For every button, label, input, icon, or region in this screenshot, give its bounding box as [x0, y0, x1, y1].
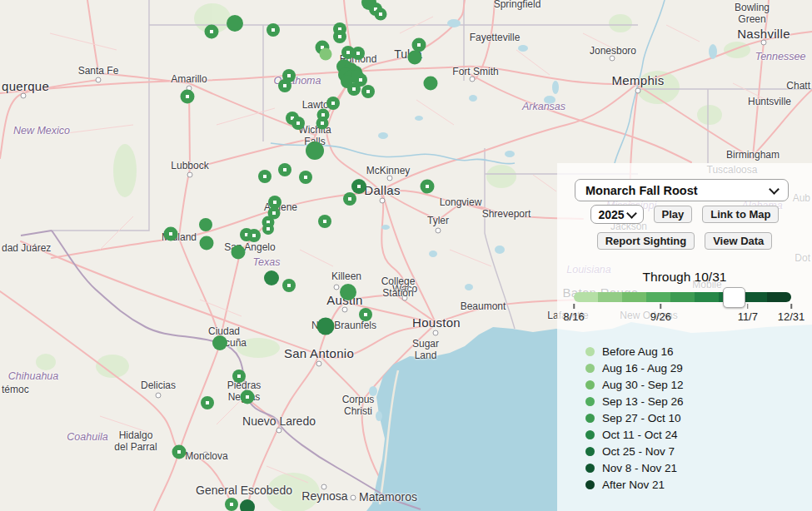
sighting-dot[interactable] — [343, 192, 356, 206]
sighting-dot[interactable] — [205, 25, 219, 39]
city-label: Delicias — [141, 380, 176, 391]
city-label: Birmingham — [726, 149, 780, 161]
year-select-value: 2025 — [599, 208, 625, 221]
legend-label: Oct 25 - Nov 7 — [602, 445, 675, 458]
slider-tick — [573, 304, 575, 309]
town-marker — [187, 172, 193, 178]
legend-item: Aug 30 - Sep 12 — [585, 376, 684, 393]
sighting-dot[interactable] — [164, 227, 178, 241]
chevron-down-icon — [769, 184, 780, 195]
control-panel: Monarch Fall Roost 2025 Play Link to Map… — [557, 163, 812, 511]
sighting-dot[interactable] — [267, 23, 280, 37]
sighting-dot[interactable] — [241, 390, 255, 404]
sighting-dot[interactable] — [326, 97, 340, 110]
city-label: Corpus — [342, 394, 375, 405]
legend-item: After Nov 21 — [585, 476, 684, 493]
sighting-dot[interactable] — [351, 47, 365, 60]
slider-tick — [790, 304, 792, 309]
sighting-dot[interactable] — [200, 236, 214, 251]
sighting-dot[interactable] — [359, 308, 372, 321]
city-label: Shreveport — [482, 208, 531, 220]
sighting-dot[interactable] — [199, 218, 212, 231]
legend-color-dot — [585, 464, 595, 473]
sighting-dot[interactable] — [375, 8, 387, 21]
legend-item: Before Aug 16 — [585, 343, 684, 360]
legend-color-dot — [585, 347, 595, 356]
sighting-dot[interactable] — [316, 117, 329, 130]
city-label: Tyler — [427, 215, 449, 226]
sighting-dot[interactable] — [421, 180, 435, 194]
slider-segment — [622, 292, 646, 302]
legend-item: Sep 27 - Oct 10 — [585, 409, 684, 426]
sighting-dot[interactable] — [172, 445, 187, 459]
sighting-dot[interactable] — [361, 85, 375, 98]
town-marker — [380, 198, 386, 204]
sighting-dot[interactable] — [225, 498, 238, 511]
sighting-dot[interactable] — [227, 15, 243, 32]
legend-color-dot — [585, 480, 595, 489]
sighting-dot[interactable] — [424, 77, 438, 91]
sighting-dot[interactable] — [317, 318, 335, 335]
sighting-dot[interactable] — [212, 335, 227, 350]
sighting-dot[interactable] — [347, 82, 361, 96]
city-label: querque — [2, 79, 49, 93]
sighting-dot[interactable] — [351, 179, 366, 194]
town-marker — [156, 393, 162, 399]
sighting-dot[interactable] — [258, 170, 271, 183]
city-label: Sugar — [412, 338, 439, 350]
slider-segment — [767, 292, 791, 302]
sighting-dot[interactable] — [232, 246, 246, 260]
state-label: Arkansas — [522, 101, 565, 112]
sighting-dot[interactable] — [278, 79, 291, 92]
sighting-dot[interactable] — [320, 48, 332, 61]
city-label: San Antonio — [284, 346, 354, 360]
city-label: Fort Smith — [452, 66, 498, 77]
sighting-dot[interactable] — [247, 229, 261, 242]
legend-item: Sep 13 - Sep 26 — [585, 393, 684, 409]
town-marker — [436, 228, 441, 234]
city-label: Jonesboro — [590, 45, 636, 57]
slider-title: Through 10/31 — [557, 270, 812, 285]
slider-segment — [670, 292, 695, 302]
sighting-dot[interactable] — [181, 90, 195, 104]
town-marker — [21, 93, 27, 99]
slider-segment — [574, 292, 598, 302]
city-label: Longview — [440, 196, 482, 208]
slider-ticks: 8/169/2611/712/31 — [574, 304, 791, 329]
sighting-dot[interactable] — [240, 499, 255, 511]
date-slider-track[interactable] — [574, 292, 791, 302]
city-label: Amarillo — [171, 73, 207, 85]
sighting-dot[interactable] — [333, 30, 346, 43]
link-to-map-button[interactable]: Link to Map — [702, 206, 779, 223]
play-button[interactable]: Play — [654, 206, 693, 223]
legend-label: Oct 11 - Oct 24 — [602, 429, 678, 441]
sighting-dot[interactable] — [299, 171, 312, 184]
state-label: New Mexico — [13, 125, 70, 136]
sighting-dot[interactable] — [278, 163, 291, 176]
view-data-button[interactable]: View Data — [705, 232, 772, 250]
report-sighting-button[interactable]: Report Sighting — [597, 232, 695, 250]
sighting-dot[interactable] — [408, 51, 422, 65]
city-label: Dallas — [364, 183, 400, 197]
slider-tick — [660, 304, 662, 309]
sighting-dot[interactable] — [232, 370, 246, 383]
town-marker — [316, 361, 322, 367]
legend-item: Nov 8 - Nov 21 — [585, 459, 684, 476]
sighting-dot[interactable] — [262, 223, 274, 235]
sighting-dot[interactable] — [282, 279, 296, 292]
sighting-dot[interactable] — [201, 396, 214, 409]
sighting-dot[interactable] — [306, 141, 324, 160]
year-select[interactable]: 2025 — [590, 205, 644, 224]
map-app: Santa FequerqueNew MexicoAmarilloLubbock… — [0, 0, 812, 511]
legend-label: Aug 30 - Sep 12 — [602, 379, 684, 391]
layer-select[interactable]: Monarch Fall Roost — [575, 179, 789, 201]
town-marker — [635, 88, 641, 94]
city-label: College — [381, 275, 416, 287]
sighting-dot[interactable] — [340, 284, 356, 300]
city-label: Fayetteville — [470, 32, 521, 43]
sighting-dot[interactable] — [318, 215, 331, 228]
sighting-dot[interactable] — [291, 117, 305, 130]
sighting-dot[interactable] — [264, 270, 279, 285]
slider-segment — [743, 292, 767, 302]
city-label: Monclova — [185, 450, 227, 462]
